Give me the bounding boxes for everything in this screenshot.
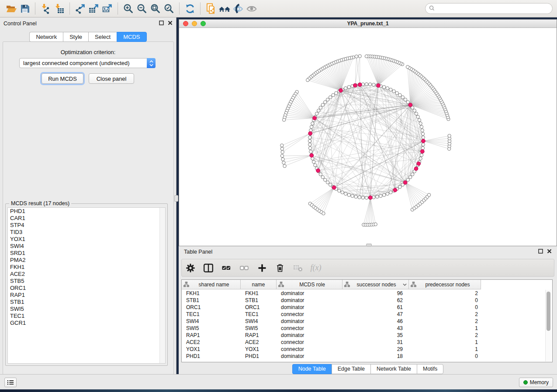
table-cell[interactable]: 0 — [409, 297, 481, 304]
table-row[interactable]: ORC1ORC1dominator610 — [182, 304, 481, 311]
table-cell[interactable]: YOX1 — [182, 346, 241, 353]
graph-node[interactable] — [319, 173, 322, 176]
table-cell[interactable]: 18 — [343, 353, 409, 360]
table-cell[interactable]: YOX1 — [241, 346, 277, 353]
table-cell[interactable]: 43 — [343, 325, 409, 332]
graph-node[interactable] — [386, 192, 389, 195]
table-cell[interactable]: ORC1 — [241, 304, 277, 311]
graph-node[interactable] — [315, 112, 318, 115]
graph-node[interactable] — [379, 194, 382, 197]
close-panel-button[interactable]: Close panel — [89, 73, 134, 84]
graph-node[interactable] — [329, 96, 332, 99]
graph-node[interactable] — [308, 136, 311, 139]
horizontal-splitter-handle[interactable] — [366, 244, 372, 247]
select-all-icon[interactable] — [221, 263, 232, 273]
table-row[interactable]: STB1STB1dominator620 — [182, 297, 481, 304]
table-cell[interactable]: PHD1 — [241, 353, 277, 360]
graph-node[interactable] — [344, 192, 347, 195]
mcds-result-item[interactable]: STP4 — [8, 222, 165, 229]
table-cell[interactable]: FKH1 — [241, 290, 277, 297]
table-row[interactable]: SWI5SWI5connector431 — [182, 325, 481, 332]
mcds-result-item[interactable]: CAR1 — [8, 215, 165, 222]
search-box[interactable] — [425, 3, 553, 14]
table-scrollbar[interactable] — [545, 290, 551, 361]
tab-network[interactable]: Network — [29, 32, 63, 42]
import-table-icon[interactable] — [52, 3, 66, 15]
add-row-icon[interactable] — [257, 263, 267, 273]
table-row[interactable]: SWI4SWI4dominator462 — [182, 318, 481, 325]
graph-node[interactable] — [310, 125, 313, 128]
mcds-list-scrollbar[interactable] — [159, 208, 165, 363]
memory-button[interactable]: Memory — [519, 378, 553, 387]
graph-node[interactable] — [404, 98, 407, 101]
table-row[interactable]: YOX1YOX1connector291 — [182, 346, 481, 353]
graph-node[interactable] — [283, 165, 286, 168]
column-header-shared-name[interactable]: shared name — [182, 280, 241, 289]
graph-hub-node[interactable] — [316, 168, 320, 172]
graph-node[interactable] — [282, 118, 285, 121]
graph-node[interactable] — [421, 147, 424, 150]
column-header-MCDS-role[interactable]: MCDS role — [277, 280, 343, 289]
graph-node[interactable] — [415, 112, 418, 115]
graph-node[interactable] — [408, 175, 412, 179]
graph-node[interactable] — [355, 55, 358, 58]
toggle-details-icon[interactable] — [231, 3, 245, 15]
graph-node[interactable] — [392, 89, 395, 93]
graph-node[interactable] — [401, 96, 404, 99]
graph-node[interactable] — [280, 154, 284, 157]
table-cell[interactable]: SWI4 — [241, 318, 277, 325]
table-cell[interactable]: 62 — [343, 297, 409, 304]
graph-node[interactable] — [376, 195, 379, 198]
graph-node[interactable] — [308, 139, 311, 142]
import-network-icon[interactable] — [39, 3, 52, 15]
table-cell[interactable]: 1 — [409, 325, 481, 332]
graph-node[interactable] — [422, 136, 425, 139]
graph-node[interactable] — [374, 223, 377, 226]
tab-node-table[interactable]: Node Table — [292, 364, 332, 374]
unselect-all-icon[interactable] — [239, 263, 249, 273]
graph-node[interactable] — [365, 196, 368, 199]
graph-node[interactable] — [354, 195, 357, 198]
graph-node[interactable] — [338, 189, 341, 192]
table-row[interactable]: TEC1TEC1connector472 — [182, 311, 481, 318]
graph-hub-node[interactable] — [422, 139, 426, 143]
graph-node[interactable] — [347, 86, 350, 89]
graph-node[interactable] — [419, 157, 422, 160]
graph-node[interactable] — [326, 181, 329, 184]
table-cell[interactable]: STB1 — [241, 297, 277, 304]
graph-node[interactable] — [308, 143, 311, 146]
mcds-result-item[interactable]: YOX1 — [8, 236, 165, 243]
table-cell[interactable]: STB1 — [182, 297, 241, 304]
table-cell[interactable]: SWI5 — [241, 325, 277, 332]
table-cell[interactable]: RAP1 — [182, 332, 241, 339]
export-network-icon[interactable] — [73, 3, 87, 15]
table-cell[interactable]: dominator — [277, 318, 343, 325]
graph-node[interactable] — [361, 196, 364, 199]
mcds-result-item[interactable]: PHD1 — [8, 208, 165, 215]
refresh-layout-icon[interactable] — [183, 3, 197, 15]
table-cell[interactable]: connector — [277, 339, 343, 346]
table-cell[interactable]: 61 — [343, 304, 409, 311]
table-cell[interactable]: 1 — [409, 339, 481, 346]
graph-node[interactable] — [365, 55, 368, 58]
mcds-result-item[interactable]: TEC1 — [8, 313, 165, 320]
zoom-out-icon[interactable] — [135, 3, 149, 15]
graph-node[interactable] — [422, 143, 425, 146]
graph-hub-node[interactable] — [393, 188, 397, 192]
gear-icon[interactable] — [185, 263, 196, 273]
vertical-splitter-handle[interactable] — [174, 195, 178, 202]
table-row[interactable]: RAP1RAP1dominator352 — [182, 332, 481, 339]
close-table-panel-icon[interactable] — [547, 249, 552, 255]
graph-node[interactable] — [308, 147, 311, 150]
graph-node[interactable] — [324, 178, 327, 181]
mcds-result-item[interactable]: STB5 — [8, 278, 165, 285]
table-scrollbar-thumb[interactable] — [547, 292, 550, 331]
graph-node[interactable] — [411, 173, 414, 176]
graph-node[interactable] — [418, 118, 421, 121]
graph-node[interactable] — [329, 183, 332, 186]
table-cell[interactable]: dominator — [277, 297, 343, 304]
graph-node[interactable] — [321, 103, 324, 106]
table-cell[interactable]: 0 — [409, 353, 481, 360]
table-cell[interactable]: ORC1 — [182, 304, 241, 311]
graph-node[interactable] — [319, 106, 322, 109]
